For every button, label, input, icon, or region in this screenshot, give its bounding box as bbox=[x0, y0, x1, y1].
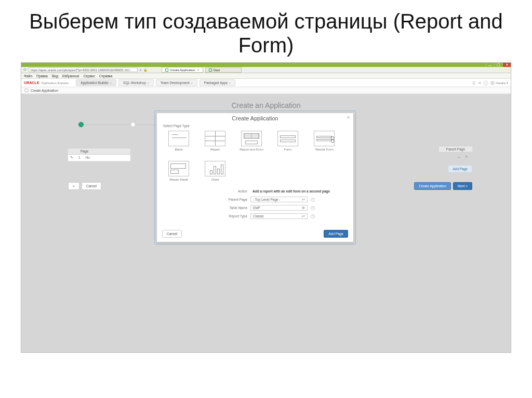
slide-title: Выберем тип создаваемой страницы (Report… bbox=[0, 0, 532, 62]
add-page-button[interactable]: Add Page bbox=[448, 165, 472, 173]
app-header: ORACLE Application Express Application B… bbox=[21, 79, 511, 87]
tab-favicon-icon bbox=[209, 68, 212, 72]
create-application-button[interactable]: Create Application bbox=[414, 182, 451, 190]
browser-tab-1[interactable]: Create Application✕ bbox=[162, 67, 203, 73]
help-icon[interactable] bbox=[483, 80, 488, 86]
brand-subtitle: Application Express bbox=[42, 81, 69, 85]
window-close-button[interactable]: ✕ bbox=[502, 63, 511, 67]
screenshot: — ▢ ✕ ⟳ https://apex.oracle.com/pls/apex… bbox=[21, 62, 511, 353]
table-row[interactable]: ✎ 1 Ho bbox=[68, 155, 130, 161]
browser-menubar: Файл Правка Вид Избранное Сервис Справка bbox=[21, 73, 511, 79]
menu-help[interactable]: Справка bbox=[99, 74, 113, 78]
next-button[interactable]: Next > bbox=[453, 182, 472, 190]
column-parent: Parent Page bbox=[439, 146, 472, 153]
nav-sql-workshop[interactable]: SQL Workshop▾ bbox=[118, 79, 154, 86]
avatar-icon bbox=[490, 81, 495, 85]
wizard-step-2 bbox=[130, 122, 136, 127]
nav-packaged-apps[interactable]: Packaged Apps▾ bbox=[200, 79, 235, 86]
browser-tab-2[interactable]: Dept bbox=[205, 67, 242, 73]
row-number: 1 bbox=[78, 156, 81, 160]
window-titlebar: — ▢ ✕ bbox=[21, 63, 511, 67]
brand-logo: ORACLE bbox=[24, 81, 39, 85]
wizard-step-1 bbox=[78, 122, 84, 127]
user-menu[interactable]: Natalia ▾ bbox=[490, 81, 508, 85]
menu-edit[interactable]: Правка bbox=[36, 74, 48, 78]
breadcrumb-label: Create Application bbox=[31, 89, 58, 92]
back-button[interactable]: < bbox=[68, 182, 79, 190]
chevron-down-icon: ▾ bbox=[110, 81, 112, 85]
window-minimize-button[interactable]: — bbox=[486, 63, 494, 67]
chevron-down-icon: ▾ bbox=[191, 81, 193, 85]
settings-icon[interactable]: ↓▾ bbox=[477, 81, 482, 85]
nav-team-dev[interactable]: Team Development▾ bbox=[156, 79, 197, 86]
search-icon[interactable]: Q bbox=[472, 81, 475, 85]
pages-table: Page ✎ 1 Ho bbox=[68, 148, 130, 161]
browser-urlbar: ⟳ https://apex.oracle.com/pls/apex/f?p=4… bbox=[21, 67, 511, 73]
page-title: Create an Application bbox=[21, 94, 511, 113]
breadcrumb-up-icon[interactable] bbox=[24, 88, 29, 92]
menu-favorites[interactable]: Избранное bbox=[62, 74, 79, 78]
window-maximize-button[interactable]: ▢ bbox=[494, 63, 502, 67]
edit-icon[interactable]: ✎ bbox=[70, 156, 73, 160]
wizard-back-row: < Cancel bbox=[68, 182, 101, 190]
menu-tools[interactable]: Сервис bbox=[84, 74, 95, 78]
parent-page-column: Parent Page – ✕ bbox=[439, 146, 472, 161]
create-application-modal: Create Application ✕ Select Page Type Bl… bbox=[156, 113, 354, 242]
delete-row-icon[interactable]: ✕ bbox=[465, 155, 468, 159]
breadcrumb: Create Application bbox=[21, 87, 511, 94]
address-input[interactable]: https://apex.oracle.com/pls/apex/f?p=400… bbox=[29, 67, 138, 72]
chevron-down-icon: ▾ bbox=[148, 81, 149, 85]
tab-label: Dept bbox=[214, 68, 220, 72]
tile-report-and-form[interactable]: Report and Form bbox=[239, 131, 264, 152]
menu-file[interactable]: Файл bbox=[24, 74, 32, 78]
table-row: – ✕ bbox=[439, 153, 472, 161]
row-name: Ho bbox=[86, 156, 90, 160]
column-page: Page bbox=[68, 148, 130, 155]
cancel-button[interactable]: Cancel bbox=[82, 182, 101, 190]
tab-label: Create Application bbox=[170, 68, 195, 72]
nav-app-builder[interactable]: Application Builder▾ bbox=[76, 79, 116, 86]
chevron-down-icon: ▾ bbox=[229, 81, 231, 85]
tab-favicon-icon bbox=[165, 68, 168, 72]
menu-view[interactable]: Вид bbox=[52, 74, 58, 78]
